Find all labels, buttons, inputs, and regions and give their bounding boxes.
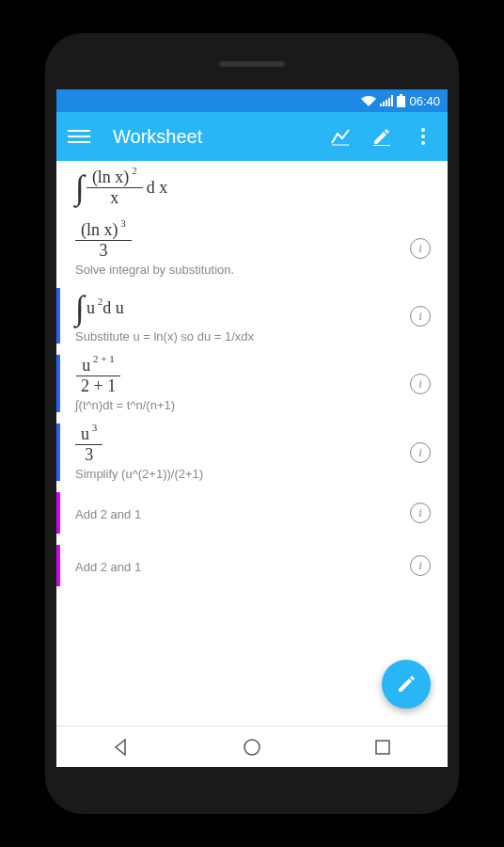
phone-frame: 06:40 Worksheet ∫ ( (45, 33, 459, 814)
svg-rect-4 (391, 95, 393, 106)
status-bar: 06:40 (56, 89, 448, 112)
signal-icon (380, 95, 393, 106)
step-row: Add 2 and 1 i (56, 539, 448, 592)
math-expression: ∫ (ln x) 2x d x (75, 167, 436, 208)
svg-rect-6 (397, 96, 405, 107)
nav-home-button[interactable] (224, 738, 280, 757)
page-title: Worksheet (113, 126, 312, 148)
status-time: 06:40 (409, 94, 440, 108)
info-icon[interactable]: i (410, 238, 431, 259)
svg-rect-13 (376, 741, 389, 754)
math-expression: u 2 + 12 + 1 (75, 355, 410, 396)
nav-back-button[interactable] (93, 738, 150, 757)
step-row: ∫ (ln x) 2x d x (56, 161, 448, 214)
svg-rect-3 (388, 98, 390, 106)
info-icon[interactable]: i (410, 306, 431, 327)
math-expression: ∫ u 2d u (75, 288, 410, 328)
fab-edit-button[interactable] (382, 660, 431, 709)
step-explanation: ∫(t^n)dt = t^n/(n+1) (75, 398, 410, 412)
navigation-bar (56, 726, 448, 767)
step-explanation: Simplify (u^(2+1))/(2+1) (75, 467, 410, 481)
svg-point-10 (421, 135, 425, 138)
svg-rect-5 (400, 94, 402, 96)
edit-icon[interactable] (369, 123, 395, 150)
svg-rect-0 (380, 104, 382, 106)
step-explanation: Solve integral by substitution. (75, 263, 410, 277)
svg-point-9 (421, 128, 425, 132)
svg-point-11 (421, 141, 425, 145)
svg-rect-1 (383, 102, 385, 106)
overflow-icon[interactable] (410, 123, 436, 150)
info-icon[interactable]: i (410, 442, 431, 463)
wifi-icon (361, 95, 376, 106)
nav-recent-button[interactable] (354, 739, 411, 756)
step-explanation: Add 2 and 1 (75, 507, 410, 521)
step-row: Add 2 and 1 i (56, 487, 448, 539)
info-icon[interactable]: i (410, 374, 431, 394)
info-icon[interactable]: i (410, 555, 431, 576)
step-row: (ln x) 33 Solve integral by substitution… (56, 214, 448, 282)
step-row: ∫ u 2d u Substitute u = ln(x) so du = 1/… (56, 282, 448, 349)
svg-rect-2 (386, 100, 387, 106)
worksheet-content: ∫ (ln x) 2x d x (ln x) 33 Solve integral… (56, 161, 448, 726)
math-expression: u 33 (75, 424, 410, 465)
battery-icon (397, 94, 405, 107)
screen: 06:40 Worksheet ∫ ( (56, 89, 448, 767)
menu-icon[interactable] (68, 125, 90, 148)
svg-point-12 (244, 740, 260, 755)
math-expression: (ln x) 33 (75, 219, 410, 261)
step-row: u 33 Simplify (u^(2+1))/(2+1) i (56, 418, 448, 487)
graph-icon[interactable] (327, 123, 354, 150)
step-explanation: Add 2 and 1 (75, 560, 410, 574)
app-bar: Worksheet (56, 112, 448, 161)
step-row: u 2 + 12 + 1 ∫(t^n)dt = t^n/(n+1) i (56, 349, 448, 418)
info-icon[interactable]: i (410, 503, 431, 523)
step-explanation: Substitute u = ln(x) so du = 1/xdx (75, 329, 410, 344)
